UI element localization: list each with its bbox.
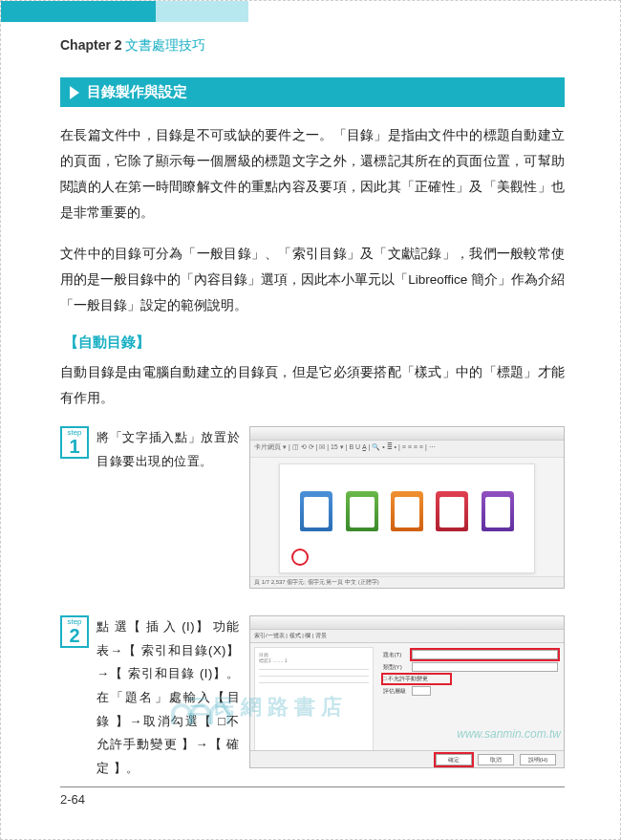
step-2: step 2 點 選【 插 入 (I)】 功能表→【 索引和目錄(X)】→【 索…: [60, 615, 565, 781]
chapter-label: Chapter 2: [60, 37, 122, 53]
dialog-panes: 目錄 標題1 ........ 1 題名(T) 類型(Y) □ 不允許: [250, 643, 564, 765]
type-field-row: 類型(Y): [383, 662, 558, 672]
base-icon: [482, 491, 514, 531]
dialog-titlebar: [250, 616, 564, 630]
draw-icon: [436, 491, 468, 531]
calc-icon: [346, 491, 378, 531]
chapter-heading: Chapter 2 文書處理技巧: [60, 37, 565, 54]
dialog-button-bar: 確定 取消 說明(H): [250, 750, 564, 767]
section-heading: 目錄製作與設定: [60, 77, 565, 107]
ok-button: 確定: [436, 754, 472, 765]
title-field-row: 題名(T): [383, 650, 558, 659]
document-area: [279, 463, 535, 573]
statusbar: 頁 1/7 2,537 個字元; 個字元 第一頁 中文 (正體字): [250, 576, 564, 588]
sub-heading: 【自動目錄】: [64, 334, 565, 352]
impress-icon: [391, 491, 423, 531]
sub-body: 自動目錄是由電腦自動建立的目錄頁，但是它必須要搭配「樣式」中的「標題」才能有作用…: [60, 359, 565, 411]
page-tab-strip: [1, 1, 620, 22]
step-badge-2: step 2: [60, 615, 89, 648]
paragraph-1: 在長篇文件中，目錄是不可或缺的要件之一。「目錄」是指由文件中的標題自動建立的頁面…: [60, 122, 565, 226]
screenshot-writer-window: 卡片網頁 ▾ | ◫ ⟲ ⟳ | ☒ | 15 ▾ | B U A̲ | 🔍 •…: [249, 426, 565, 589]
cancel-button: 取消: [478, 754, 514, 765]
step-badge-1: step 1: [60, 426, 89, 459]
type-select: [412, 662, 558, 672]
paragraph-2: 文件中的目錄可分為「一般目錄」、「索引目錄」及「文獻記錄」，我們一般較常使用的是…: [60, 241, 565, 318]
form-pane: 題名(T) 類型(Y) □ 不允許手動變更 評估層級: [377, 643, 564, 765]
footer-rule: [60, 786, 565, 787]
page-content: Chapter 2 文書處理技巧 目錄製作與設定 在長篇文件中，目錄是不可或缺的…: [1, 1, 620, 781]
toolbar: 卡片網頁 ▾ | ◫ ⟲ ⟳ | ☒ | 15 ▾ | B U A̲ | 🔍 •…: [250, 441, 564, 458]
screenshot-index-dialog: 索引/一覽表 | 樣式 | 欄 | 背景 目錄 標題1 ........ 1 題…: [249, 615, 565, 768]
writer-icon: [300, 491, 332, 531]
step-1-text: 將「文字插入點」放置於目錄要出現的位置。: [96, 426, 240, 473]
step-1: step 1 將「文字插入點」放置於目錄要出現的位置。 卡片網頁 ▾ | ◫ ⟲…: [60, 426, 565, 589]
titlebar: [250, 427, 564, 441]
arrow-icon: [70, 86, 79, 99]
help-button: 說明(H): [520, 754, 556, 765]
preview-pane: 目錄 標題1 ........ 1: [254, 647, 374, 762]
title-input: [412, 650, 558, 659]
page-number: 2-64: [60, 792, 85, 807]
app-icons-row: [280, 491, 534, 531]
dialog-tabs: 索引/一覽表 | 樣式 | 欄 | 背景: [250, 630, 564, 643]
step-2-text: 點 選【 插 入 (I)】 功能表→【 索引和目錄(X)】→【 索引和目錄 (I…: [96, 615, 240, 781]
cursor-highlight-circle: [291, 549, 309, 566]
manual-change-checkbox: □ 不允許手動變更: [383, 675, 450, 683]
chapter-title: 文書處理技巧: [125, 37, 205, 53]
section-title: 目錄製作與設定: [87, 83, 187, 101]
